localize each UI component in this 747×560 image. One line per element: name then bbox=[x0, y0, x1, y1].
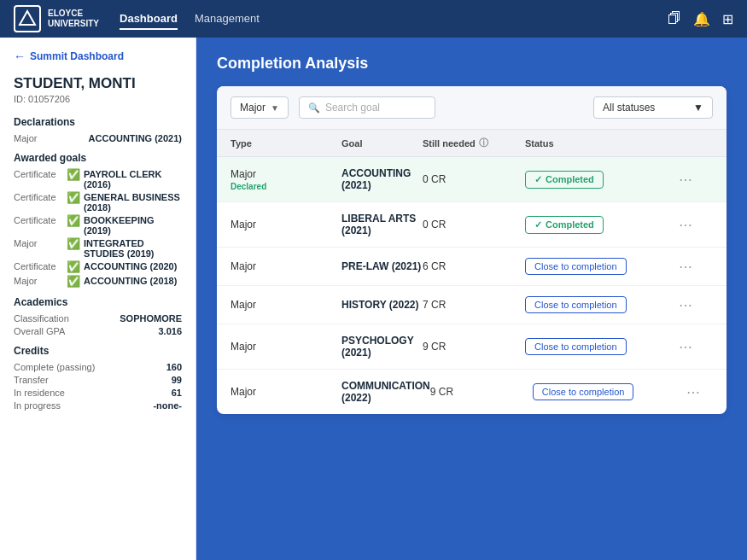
awarded-name-5: ACCOUNTING (2018) bbox=[84, 276, 177, 286]
still-needed-info-icon[interactable]: ⓘ bbox=[479, 137, 488, 149]
row-0-still-needed: 0 CR bbox=[423, 173, 525, 185]
awarded-goals-title: Awarded goals bbox=[14, 152, 182, 164]
row-2-more-menu[interactable]: ⋯ bbox=[679, 259, 713, 275]
row-0-status-badge: ✓ Completed bbox=[525, 171, 604, 189]
row-1-type-cell: Major bbox=[231, 219, 341, 230]
credits-title: Credits bbox=[14, 345, 182, 357]
row-3-status-badge: Close to completion bbox=[525, 296, 627, 313]
awarded-item-0: Certificate ✅ PAYROLL CLERK (2016) bbox=[14, 169, 182, 190]
table-header: Type Goal Still needed ⓘ Status bbox=[217, 130, 727, 157]
table-row: Major COMMUNICATION (2022) 9 CR Close to… bbox=[217, 370, 727, 414]
bell-icon[interactable]: 🔔 bbox=[693, 11, 710, 27]
status-filter-label: All statuses bbox=[603, 102, 655, 114]
grid-icon[interactable]: ⊞ bbox=[722, 11, 733, 27]
credits-progress-label: In progress bbox=[14, 400, 61, 411]
classification-value: SOPHOMORE bbox=[120, 313, 182, 324]
logo-area: ELOYCE UNIVERSITY bbox=[14, 5, 99, 32]
col-still-needed: Still needed ⓘ bbox=[423, 137, 525, 149]
row-4-more-menu[interactable]: ⋯ bbox=[679, 339, 713, 355]
row-5-goal: COMMUNICATION (2022) bbox=[341, 380, 430, 404]
row-2-type: Major bbox=[231, 260, 341, 272]
awarded-name-4: ACCOUNTING (2020) bbox=[84, 261, 177, 271]
completion-table-card: Major ▼ 🔍 Search goal All statuses ▼ Typ… bbox=[217, 86, 727, 414]
check-mark-icon: ✓ bbox=[534, 219, 542, 230]
credits-complete-label: Complete (passing) bbox=[14, 362, 95, 372]
check-icon-4: ✅ bbox=[67, 260, 80, 273]
row-3-still-needed: 7 CR bbox=[423, 299, 525, 311]
nav-icons: 🗍 🔔 ⊞ bbox=[668, 11, 733, 27]
row-1-status-cell: ✓ Completed bbox=[525, 216, 679, 234]
row-0-more-menu[interactable]: ⋯ bbox=[679, 172, 713, 188]
row-3-type: Major bbox=[231, 299, 341, 311]
awarded-item-5: Major ✅ ACCOUNTING (2018) bbox=[14, 276, 182, 288]
row-3-status-cell: Close to completion bbox=[525, 296, 679, 313]
row-1-goal: LIBERAL ARTS (2021) bbox=[341, 213, 423, 236]
row-0-goal: ACCOUNTING (2021) bbox=[341, 167, 423, 191]
nav-dashboard[interactable]: Dashboard bbox=[120, 9, 178, 30]
table-row: Major PSYCHOLOGY (2021) 9 CR Close to co… bbox=[217, 324, 727, 370]
back-link[interactable]: ← Summit Dashboard bbox=[14, 50, 182, 63]
status-filter-chevron-icon: ▼ bbox=[693, 102, 703, 114]
student-name: STUDENT, MONTI bbox=[14, 75, 182, 92]
status-filter[interactable]: All statuses ▼ bbox=[593, 96, 713, 119]
awarded-type-3: Major bbox=[14, 238, 63, 259]
awarded-name-0: PAYROLL CLERK (2016) bbox=[84, 169, 182, 190]
credits-residence-row: In residence 61 bbox=[14, 388, 182, 398]
gpa-value: 3.016 bbox=[158, 326, 182, 336]
top-navigation: ELOYCE UNIVERSITY Dashboard Management 🗍… bbox=[0, 0, 747, 38]
row-3-type-cell: Major bbox=[231, 299, 341, 311]
row-2-still-needed: 6 CR bbox=[423, 260, 525, 272]
row-0-declared: Declared bbox=[231, 182, 341, 191]
awarded-name-1: GENERAL BUSINESS (2018) bbox=[84, 192, 182, 213]
row-0-status-cell: ✓ Completed bbox=[525, 171, 679, 189]
row-0-type: Major bbox=[231, 168, 341, 180]
awarded-name-3: INTEGRATED STUDIES (2019) bbox=[84, 238, 182, 259]
awarded-type-2: Certificate bbox=[14, 215, 63, 236]
awarded-name-2: BOOKKEEPING (2019) bbox=[84, 215, 182, 236]
credits-complete-value: 160 bbox=[166, 362, 182, 372]
calendar-icon[interactable]: 🗍 bbox=[668, 11, 681, 26]
main-layout: ← Summit Dashboard STUDENT, MONTI ID: 01… bbox=[0, 38, 747, 560]
search-goal-input[interactable]: 🔍 Search goal bbox=[299, 96, 435, 119]
row-0-type-cell: Major Declared bbox=[231, 168, 341, 191]
table-row: Major Declared ACCOUNTING (2021) 0 CR ✓ … bbox=[217, 157, 727, 202]
row-4-goal: PSYCHOLOGY (2021) bbox=[341, 335, 423, 359]
check-icon-3: ✅ bbox=[67, 237, 80, 250]
type-filter-chevron-icon: ▼ bbox=[271, 103, 279, 113]
row-5-more-menu[interactable]: ⋯ bbox=[686, 384, 721, 400]
back-arrow-icon: ← bbox=[14, 50, 26, 63]
awarded-type-5: Major bbox=[14, 276, 63, 288]
row-3-more-menu[interactable]: ⋯ bbox=[679, 297, 713, 313]
check-icon-5: ✅ bbox=[67, 275, 80, 288]
row-2-status-badge: Close to completion bbox=[525, 258, 627, 275]
table-row: Major HISTORY (2022) 7 CR Close to compl… bbox=[217, 286, 727, 324]
row-2-goal: PRE-LAW (2021) bbox=[341, 260, 423, 272]
awarded-item-2: Certificate ✅ BOOKKEEPING (2019) bbox=[14, 215, 182, 236]
row-4-status-cell: Close to completion bbox=[525, 338, 679, 355]
col-type: Type bbox=[231, 137, 341, 149]
search-goal-placeholder: Search goal bbox=[325, 102, 380, 114]
check-icon-1: ✅ bbox=[67, 191, 80, 204]
col-actions bbox=[679, 137, 713, 149]
credits-transfer-label: Transfer bbox=[14, 375, 49, 385]
nav-left: ELOYCE UNIVERSITY Dashboard Management bbox=[14, 5, 260, 32]
logo-icon bbox=[14, 5, 41, 32]
row-1-status-badge: ✓ Completed bbox=[525, 216, 604, 234]
row-1-more-menu[interactable]: ⋯ bbox=[679, 217, 713, 233]
row-4-still-needed: 9 CR bbox=[423, 341, 525, 353]
row-3-goal: HISTORY (2022) bbox=[341, 299, 423, 311]
back-label: Summit Dashboard bbox=[30, 50, 124, 62]
table-row: Major LIBERAL ARTS (2021) 0 CR ✓ Complet… bbox=[217, 202, 727, 248]
credits-transfer-row: Transfer 99 bbox=[14, 375, 182, 385]
credits-residence-value: 61 bbox=[172, 388, 182, 398]
search-goal-icon: 🔍 bbox=[308, 102, 320, 114]
row-4-type-cell: Major bbox=[231, 341, 341, 353]
row-5-type-cell: Major bbox=[231, 386, 341, 398]
logo-text: ELOYCE UNIVERSITY bbox=[48, 9, 99, 29]
row-2-status-cell: Close to completion bbox=[525, 258, 679, 275]
declaration-major-row: Major ACCOUNTING (2021) bbox=[14, 133, 182, 143]
student-id: ID: 01057206 bbox=[14, 94, 182, 104]
nav-management[interactable]: Management bbox=[195, 9, 260, 30]
type-filter[interactable]: Major ▼ bbox=[231, 96, 289, 119]
awarded-item-4: Certificate ✅ ACCOUNTING (2020) bbox=[14, 261, 182, 273]
